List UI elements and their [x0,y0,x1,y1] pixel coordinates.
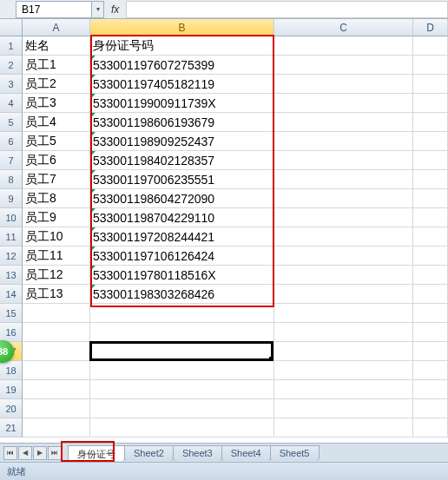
row-header[interactable]: 10 [0,208,23,227]
cell-A5[interactable]: 员工4 [23,113,90,132]
cell-D21[interactable] [413,418,448,437]
cell-A10[interactable]: 员工9 [23,208,90,227]
cell-C18[interactable] [274,361,413,380]
cell-B18[interactable] [90,361,274,380]
cell-C9[interactable] [274,189,413,208]
name-box[interactable]: B17 [16,1,92,18]
cell-D20[interactable] [413,399,448,418]
tab-nav-first[interactable]: ⏮ [3,446,17,460]
column-header-A[interactable]: A [23,19,90,36]
row-header[interactable]: 8 [0,170,23,189]
cell-D2[interactable] [413,56,448,75]
cell-C15[interactable] [274,304,413,323]
tab-nav-prev[interactable]: ◀ [18,446,32,460]
cell-B5[interactable]: 533001198606193679 [90,113,274,132]
cell-D18[interactable] [413,361,448,380]
cell-B10[interactable]: 533001198704229110 [90,208,274,227]
row-header[interactable]: 19 [0,380,23,399]
row-header[interactable]: 6 [0,132,23,151]
cell-D17[interactable] [413,342,448,361]
cell-D6[interactable] [413,132,448,151]
cell-D3[interactable] [413,75,448,94]
row-header[interactable]: 1 [0,36,23,56]
cell-B21[interactable] [90,418,274,437]
cell-B4[interactable]: 53300119900911739X [90,94,274,113]
cell-C7[interactable] [274,151,413,170]
cell-C14[interactable] [274,285,413,304]
sheet-tab[interactable]: 身份证号 [68,445,125,461]
cell-D9[interactable] [413,189,448,208]
cell-B16[interactable] [90,323,274,342]
cell-D5[interactable] [413,113,448,132]
cell-B8[interactable]: 533001197006235551 [90,170,274,189]
cell-B6[interactable]: 533001198909252437 [90,132,274,151]
cell-B17[interactable] [90,342,274,361]
cell-D10[interactable] [413,208,448,227]
cell-A18[interactable] [23,361,90,380]
cell-C10[interactable] [274,208,413,227]
cell-C12[interactable] [274,247,413,266]
cell-A2[interactable]: 员工1 [23,56,90,75]
cell-A9[interactable]: 员工8 [23,189,90,208]
cell-D15[interactable] [413,304,448,323]
row-header[interactable]: 16 [0,323,23,342]
cell-D12[interactable] [413,247,448,266]
row-header[interactable]: 2 [0,56,23,75]
row-header[interactable]: 9 [0,189,23,208]
fx-icon[interactable]: fx [111,3,119,16]
cell-C6[interactable] [274,132,413,151]
cell-A20[interactable] [23,399,90,418]
cell-C2[interactable] [274,56,413,75]
row-header[interactable]: 4 [0,94,23,113]
cell-D1[interactable] [413,36,448,56]
tab-nav-last[interactable]: ⏭ [48,446,62,460]
cell-A8[interactable]: 员工7 [23,170,90,189]
cell-A6[interactable]: 员工5 [23,132,90,151]
cell-A7[interactable]: 员工6 [23,151,90,170]
row-header[interactable]: 15 [0,304,23,323]
sheet-tab[interactable]: Sheet3 [173,445,222,461]
cell-B20[interactable] [90,399,274,418]
cell-B2[interactable]: 533001197607275399 [90,56,274,75]
cell-A4[interactable]: 员工3 [23,94,90,113]
cell-C11[interactable] [274,227,413,247]
row-header[interactable]: 11 [0,227,23,247]
cell-A1[interactable]: 姓名 [23,36,90,56]
sheet-tab[interactable]: Sheet4 [221,445,271,461]
cell-C19[interactable] [274,380,413,399]
cell-C17[interactable] [274,342,413,361]
row-header[interactable]: 3 [0,75,23,94]
cell-B12[interactable]: 533001197106126424 [90,247,274,266]
cell-D8[interactable] [413,170,448,189]
cell-A15[interactable] [23,304,90,323]
cell-A21[interactable] [23,418,90,437]
row-header[interactable]: 20 [0,399,23,418]
cell-D14[interactable] [413,285,448,304]
cell-C21[interactable] [274,418,413,437]
column-header-B[interactable]: B [90,19,274,36]
tab-nav-next[interactable]: ▶ [33,446,47,460]
row-header[interactable]: 18 [0,361,23,380]
cell-D16[interactable] [413,323,448,342]
cell-A3[interactable]: 员工2 [23,75,90,94]
cell-D7[interactable] [413,151,448,170]
cell-C20[interactable] [274,399,413,418]
row-header[interactable]: 13 [0,266,23,285]
row-header[interactable]: 14 [0,285,23,304]
row-header[interactable]: 7 [0,151,23,170]
name-box-dropdown[interactable]: ▾ [92,1,104,18]
cell-B14[interactable]: 533001198303268426 [90,285,274,304]
cell-C3[interactable] [274,75,413,94]
cell-C5[interactable] [274,113,413,132]
cell-B19[interactable] [90,380,274,399]
cell-B13[interactable]: 53300119780118516X [90,266,274,285]
cell-B3[interactable]: 533001197405182119 [90,75,274,94]
cell-A12[interactable]: 员工11 [23,247,90,266]
cell-C1[interactable] [274,36,413,56]
sheet-tab[interactable]: Sheet5 [270,445,320,461]
cell-C13[interactable] [274,266,413,285]
cell-A14[interactable]: 员工13 [23,285,90,304]
row-header[interactable]: 12 [0,247,23,266]
cell-B15[interactable] [90,304,274,323]
cell-B1[interactable]: 身份证号码 [90,36,274,56]
